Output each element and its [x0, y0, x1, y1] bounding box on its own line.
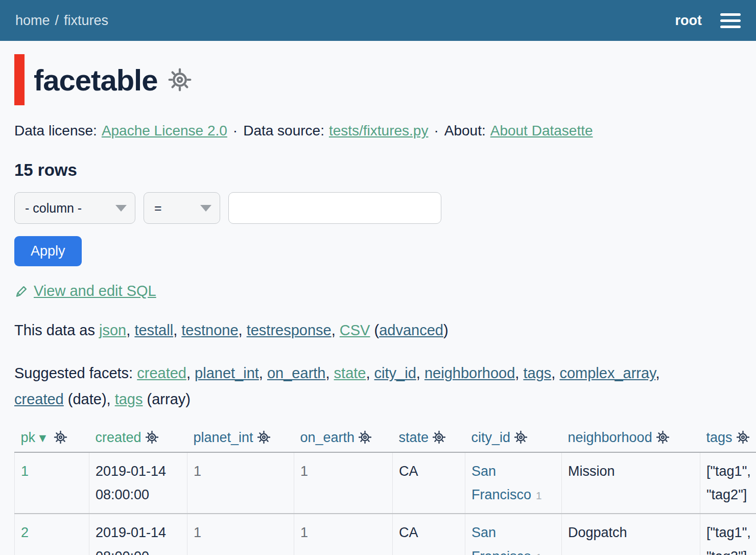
- column-gear-icon[interactable]: [257, 430, 271, 444]
- column-header-pk: pk▼: [15, 426, 89, 452]
- column-gear-icon[interactable]: [432, 430, 446, 444]
- facet-link-complex-array[interactable]: complex_array: [559, 365, 655, 381]
- data-table: pk▼ created planet_int on_earth state ci…: [14, 426, 756, 555]
- sort-created-link[interactable]: created: [96, 430, 141, 445]
- sql-row: View and edit SQL: [14, 283, 742, 299]
- breadcrumb-separator: /: [55, 13, 59, 28]
- cell-tags: ["tag1", "tag3"]: [700, 514, 756, 555]
- facet-link-planet-int[interactable]: planet_int: [195, 365, 259, 381]
- column-header-on-earth: on_earth: [294, 426, 393, 452]
- about-link[interactable]: About Datasette: [490, 123, 593, 138]
- apply-button[interactable]: Apply: [14, 236, 82, 266]
- table-header-row: pk▼ created planet_int on_earth state ci…: [15, 426, 756, 452]
- breadcrumb-home-link[interactable]: home: [15, 13, 50, 28]
- separator: ,: [416, 365, 424, 381]
- cell-neighborhood: Dogpatch: [562, 514, 700, 555]
- sort-neighborhood-link[interactable]: neighborhood: [568, 430, 652, 445]
- separator: ,: [173, 322, 181, 338]
- metadata-line: Data license:Apache License 2.0·Data sou…: [14, 123, 742, 139]
- sort-tags-link[interactable]: tags: [706, 430, 733, 445]
- hamburger-menu-icon[interactable]: [720, 10, 741, 32]
- about-label: About:: [444, 123, 486, 138]
- cell-state: CA: [393, 452, 465, 514]
- sort-pk-link[interactable]: pk: [21, 430, 36, 445]
- table-row: 1 2019-01-14 08:00:00 1 1 CA San Francis…: [15, 452, 756, 514]
- column-header-tags: tags: [700, 426, 756, 452]
- chevron-down-icon: [115, 205, 127, 212]
- data-source-label: Data source:: [243, 123, 324, 138]
- export-prefix: This data as: [14, 322, 95, 338]
- export-link-testall[interactable]: testall: [134, 322, 173, 338]
- cell-tags: ["tag1", "tag2"]: [700, 452, 756, 514]
- cell-city-id: San Francisco1: [465, 514, 562, 555]
- export-link-testnone[interactable]: testnone: [181, 322, 238, 338]
- column-gear-icon[interactable]: [736, 430, 750, 444]
- cell-neighborhood: Mission: [562, 452, 700, 514]
- view-edit-sql-link[interactable]: View and edit SQL: [34, 283, 156, 299]
- separator: ,: [332, 322, 340, 338]
- sort-city-id-link[interactable]: city_id: [471, 430, 511, 445]
- operator-select[interactable]: =: [144, 192, 220, 224]
- column-gear-icon[interactable]: [656, 430, 670, 444]
- breadcrumb: home/fixtures: [15, 13, 108, 29]
- cell-state: CA: [393, 514, 465, 555]
- export-link-testresponse[interactable]: testresponse: [247, 322, 332, 338]
- breadcrumb-fixtures-link[interactable]: fixtures: [64, 13, 108, 28]
- cell-created: 2019-01-14 08:00:00: [89, 514, 187, 555]
- column-gear-icon[interactable]: [54, 430, 67, 444]
- sort-state-link[interactable]: state: [399, 430, 429, 445]
- facet-link-state[interactable]: state: [334, 365, 366, 381]
- title-row: facetable: [14, 54, 742, 105]
- export-link-json[interactable]: json: [99, 322, 126, 338]
- column-gear-icon[interactable]: [145, 430, 159, 444]
- table-scroll-area[interactable]: pk▼ created planet_int on_earth state ci…: [14, 426, 756, 555]
- cell-pk: 2: [15, 514, 89, 555]
- pencil-icon: [14, 284, 29, 298]
- top-navbar: home/fixtures root: [0, 0, 756, 41]
- cell-planet-int: 1: [187, 514, 294, 555]
- sort-planet-int-link[interactable]: planet_int: [194, 430, 253, 445]
- facet-link-tags-array[interactable]: tags: [115, 391, 143, 407]
- chevron-down-icon: [200, 205, 211, 212]
- facet-link-on-earth[interactable]: on_earth: [267, 365, 326, 381]
- sort-desc-icon: ▼: [37, 431, 49, 445]
- filter-value-input[interactable]: [228, 192, 441, 224]
- column-select[interactable]: - column -: [14, 192, 135, 224]
- cell-pk: 1: [15, 452, 89, 514]
- cell-created: 2019-01-14 08:00:00: [89, 452, 187, 514]
- separator: ,: [186, 365, 195, 381]
- column-gear-icon[interactable]: [514, 430, 528, 444]
- table-settings-gear-icon[interactable]: [168, 67, 192, 92]
- city-link[interactable]: San Francisco: [471, 525, 531, 555]
- city-link[interactable]: San Francisco: [471, 464, 531, 502]
- separator: ,: [366, 365, 374, 381]
- cell-on-earth: 1: [294, 452, 393, 514]
- facet-link-created-date[interactable]: created: [14, 391, 64, 407]
- separator: ,: [259, 365, 267, 381]
- column-header-neighborhood: neighborhood: [562, 426, 700, 452]
- data-license-link[interactable]: Apache License 2.0: [102, 123, 227, 138]
- page-title: facetable: [34, 63, 157, 97]
- separator: ,: [551, 365, 559, 381]
- export-link-csv[interactable]: CSV: [340, 322, 370, 338]
- row-link[interactable]: 1: [21, 464, 29, 479]
- facet-link-neighborhood[interactable]: neighborhood: [424, 365, 515, 381]
- column-gear-icon[interactable]: [358, 430, 372, 444]
- cell-on-earth: 1: [294, 514, 393, 555]
- export-line: This data as json, testall, testnone, te…: [14, 322, 742, 339]
- separator: (: [370, 322, 379, 338]
- facet-link-city-id[interactable]: city_id: [374, 365, 416, 381]
- sort-on-earth-link[interactable]: on_earth: [300, 430, 355, 445]
- separator: ,: [325, 365, 334, 381]
- separator: (array): [143, 391, 191, 407]
- export-link-advanced[interactable]: advanced: [379, 322, 443, 338]
- separator: ): [443, 322, 448, 338]
- facet-link-tags[interactable]: tags: [523, 365, 551, 381]
- facet-link-created[interactable]: created: [137, 365, 186, 381]
- operator-select-value: =: [154, 201, 162, 216]
- row-link[interactable]: 2: [21, 525, 29, 540]
- data-source-link[interactable]: tests/fixtures.py: [329, 123, 429, 138]
- logged-in-user[interactable]: root: [675, 13, 702, 29]
- meta-separator: ·: [233, 123, 238, 138]
- suggested-facets: Suggested facets: created, planet_int, o…: [14, 360, 742, 412]
